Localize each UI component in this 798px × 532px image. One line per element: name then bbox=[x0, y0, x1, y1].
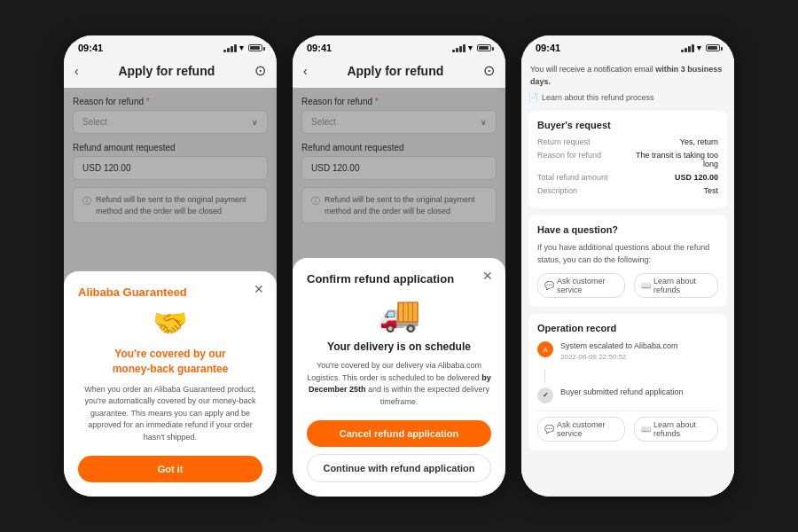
battery-icon-2 bbox=[477, 44, 491, 51]
guaranteed-body: When you order an Alibaba Guaranteed pro… bbox=[78, 384, 262, 444]
guaranteed-headline: You're covered by ourmoney-back guarante… bbox=[78, 347, 262, 377]
modal-overlay-1: ✕ Alibaba Guaranteed 🤝 You're covered by… bbox=[64, 88, 277, 497]
status-bar-2: 09:41 ▾ bbox=[293, 35, 505, 57]
confirm-modal-title: Confirm refund application bbox=[307, 272, 473, 286]
app-header-1: ‹ Apply for refund ⊙ bbox=[64, 57, 277, 88]
continue-refund-button[interactable]: Continue with refund application bbox=[307, 454, 491, 482]
book-icon-1: 📖 bbox=[641, 281, 651, 290]
help-icon-2[interactable]: ⊙ bbox=[483, 62, 495, 79]
op-text-2: Buyer submitted refund application bbox=[560, 387, 684, 398]
back-button-2[interactable]: ‹ bbox=[303, 64, 308, 78]
notification-note: You will receive a notification email wi… bbox=[528, 64, 727, 88]
buyers-request-card: Buyer's request Return request Yes, retu… bbox=[528, 111, 727, 208]
phone-1: 09:41 ▾ ‹ Apply for refund ⊙ Reason for … bbox=[64, 35, 277, 497]
question-card: Have a question? If you have additional … bbox=[528, 215, 727, 307]
learn-refunds-link-1[interactable]: 📖 Learn about refunds bbox=[634, 273, 718, 298]
delivery-body: You're covered by our delivery via Aliba… bbox=[307, 360, 491, 408]
delivery-illustration: 🚚 bbox=[307, 294, 491, 333]
detail-row-return: Return request Yes, return bbox=[537, 137, 718, 146]
divider bbox=[537, 411, 718, 411]
back-button-1[interactable]: ‹ bbox=[74, 64, 79, 78]
learn-refund-link-top[interactable]: 📄 Learn about this refund process bbox=[528, 93, 727, 102]
alibaba-op-icon: A bbox=[537, 341, 553, 357]
app-header-2: ‹ Apply for refund ⊙ bbox=[293, 57, 505, 88]
wifi-icon-3: ▾ bbox=[697, 43, 701, 52]
phone-body-2: Reason for refund * Select ∨ Refund amou… bbox=[293, 88, 505, 497]
phone-3: 09:41 ▾ You will receive a notification … bbox=[521, 35, 734, 497]
alibaba-guaranteed-modal: ✕ Alibaba Guaranteed 🤝 You're covered by… bbox=[64, 271, 277, 497]
signal-icon-3 bbox=[681, 44, 694, 52]
operation-item-1: A System escalated to Alibaba.com 2022-0… bbox=[537, 340, 718, 362]
status-icons-3: ▾ bbox=[681, 43, 720, 52]
phone-body-3: You will receive a notification email wi… bbox=[521, 57, 734, 497]
refund-details-screen: You will receive a notification email wi… bbox=[521, 57, 734, 497]
status-time-3: 09:41 bbox=[536, 43, 560, 53]
detail-row-desc: Description Test bbox=[537, 186, 718, 195]
confirm-refund-modal: ✕ Confirm refund application 🚚 Your deli… bbox=[293, 258, 505, 497]
operation-record-card: Operation record A System escalated to A… bbox=[528, 314, 727, 450]
learn-refunds-link-2[interactable]: 📖 Learn about refunds bbox=[634, 417, 718, 442]
battery-icon bbox=[248, 44, 262, 51]
help-icon-1[interactable]: ⊙ bbox=[254, 62, 266, 79]
page-title-1: Apply for refund bbox=[118, 64, 215, 78]
operation-links: 💬 Ask customer service 📖 Learn about ref… bbox=[537, 417, 718, 442]
ask-customer-service-link-1[interactable]: 💬 Ask customer service bbox=[537, 273, 625, 298]
question-title: Have a question? bbox=[537, 224, 718, 235]
wifi-icon-2: ▾ bbox=[468, 43, 473, 52]
signal-icon bbox=[223, 44, 237, 52]
book-icon-2: 📖 bbox=[641, 425, 651, 434]
status-icons-2: ▾ bbox=[452, 43, 491, 52]
check-op-icon: ✓ bbox=[537, 387, 553, 403]
status-time-1: 09:41 bbox=[78, 43, 103, 53]
detail-row-reason: Reason for refund The transit is taking … bbox=[537, 151, 718, 168]
op-text-1: System escalated to Alibaba.com 2022-06-… bbox=[560, 340, 678, 362]
battery-icon-3 bbox=[706, 44, 720, 51]
phone-body-1: Reason for refund * Select ∨ Refund amou… bbox=[64, 88, 277, 497]
doc-icon: 📄 bbox=[528, 93, 538, 102]
operation-record-title: Operation record bbox=[537, 323, 718, 333]
modal-overlay-2: ✕ Confirm refund application 🚚 Your deli… bbox=[293, 88, 505, 497]
question-links: 💬 Ask customer service 📖 Learn about ref… bbox=[537, 273, 718, 298]
ask-customer-service-link-2[interactable]: 💬 Ask customer service bbox=[537, 417, 625, 442]
wifi-icon: ▾ bbox=[239, 43, 244, 52]
question-body: If you have additional questions about t… bbox=[537, 242, 718, 266]
page-title-2: Apply for refund bbox=[347, 64, 443, 78]
delivery-headline: Your delivery is on schedule bbox=[307, 340, 491, 353]
operation-item-2: ✓ Buyer submitted refund application bbox=[537, 387, 718, 403]
modal-close-1[interactable]: ✕ bbox=[254, 282, 264, 296]
detail-row-amount: Total refund amount USD 120.00 bbox=[537, 173, 718, 182]
guaranteed-illustration: 🤝 bbox=[78, 306, 262, 340]
cancel-refund-button[interactable]: Cancel refund application bbox=[307, 420, 491, 447]
op-connector bbox=[544, 369, 545, 383]
buyers-request-title: Buyer's request bbox=[537, 120, 718, 130]
status-bar-3: 09:41 ▾ bbox=[521, 35, 734, 57]
chat-icon-2: 💬 bbox=[544, 425, 554, 434]
got-it-button[interactable]: Got it bbox=[78, 456, 262, 482]
status-bar-1: 09:41 ▾ bbox=[64, 35, 277, 57]
status-time-2: 09:41 bbox=[307, 43, 332, 53]
chat-icon-1: 💬 bbox=[544, 281, 554, 290]
modal-close-2[interactable]: ✕ bbox=[482, 269, 493, 283]
signal-icon-2 bbox=[452, 44, 466, 52]
phone-2: 09:41 ▾ ‹ Apply for refund ⊙ Reason for … bbox=[293, 35, 505, 497]
alibaba-logo: Alibaba Guaranteed bbox=[78, 286, 262, 299]
status-icons-1: ▾ bbox=[223, 43, 262, 52]
